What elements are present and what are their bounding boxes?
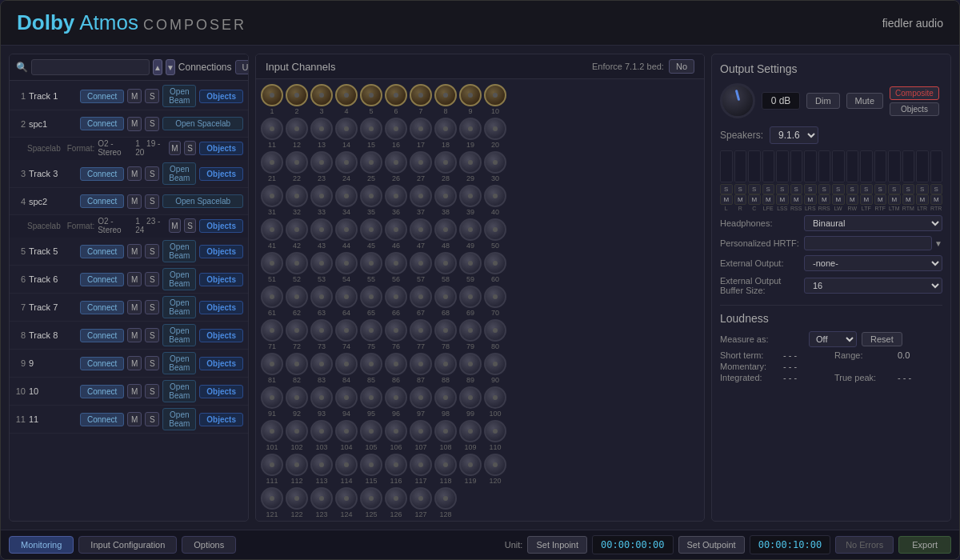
enforce-no-button[interactable]: No	[669, 59, 694, 74]
connect-button[interactable]: Connect	[80, 273, 124, 286]
channel-knob[interactable]	[261, 185, 283, 207]
channel-knob[interactable]	[484, 185, 506, 207]
channel-knob[interactable]	[310, 252, 333, 274]
m-indicator[interactable]: M	[902, 194, 915, 205]
channel-knob[interactable]	[459, 454, 482, 476]
channel-knob[interactable]	[434, 151, 457, 174]
channel-knob[interactable]	[410, 218, 432, 241]
channel-knob[interactable]	[286, 185, 308, 207]
objects-button[interactable]: Objects	[199, 142, 243, 155]
objects-button[interactable]: Objects	[199, 357, 243, 370]
channel-knob[interactable]	[410, 185, 432, 207]
channel-knob[interactable]	[459, 420, 482, 442]
mute-button[interactable]: M	[127, 89, 142, 103]
tab-options[interactable]: Options	[182, 536, 236, 554]
solo-button[interactable]: S	[145, 300, 159, 314]
channel-knob[interactable]	[410, 286, 432, 308]
channel-knob[interactable]	[484, 118, 506, 140]
arrow-up-btn[interactable]: ▲	[153, 59, 162, 75]
channel-knob[interactable]	[286, 454, 308, 476]
tab-monitoring[interactable]: Monitoring	[9, 536, 74, 554]
channel-knob[interactable]	[459, 118, 482, 140]
m-indicator[interactable]: M	[790, 194, 803, 205]
objects-button[interactable]: Objects	[199, 167, 243, 181]
open-spacelab-button[interactable]: Open Spacelab	[162, 194, 243, 208]
ext-output-select[interactable]: -none-	[804, 255, 942, 271]
s-indicator[interactable]: S	[776, 184, 789, 194]
solo-button[interactable]: S	[184, 141, 196, 155]
channel-knob[interactable]	[385, 151, 407, 174]
tab-input-configuration[interactable]: Input Configuration	[78, 536, 177, 554]
channel-knob[interactable]	[484, 386, 506, 409]
channel-knob[interactable]	[261, 118, 283, 140]
channel-knob[interactable]	[385, 420, 407, 442]
channel-knob[interactable]	[385, 386, 407, 409]
objects-button[interactable]: Objects	[199, 329, 243, 342]
m-indicator[interactable]: M	[734, 194, 747, 205]
channel-knob[interactable]	[434, 185, 457, 207]
channel-knob[interactable]	[310, 487, 333, 510]
m-indicator[interactable]: M	[776, 194, 789, 205]
channel-knob[interactable]	[410, 252, 432, 274]
channel-knob[interactable]	[360, 185, 382, 207]
channel-knob[interactable]	[434, 252, 457, 274]
channel-knob[interactable]	[434, 118, 457, 140]
channel-knob[interactable]	[385, 218, 407, 241]
channel-knob[interactable]	[385, 487, 407, 510]
mute-button[interactable]: M	[127, 166, 142, 181]
mute-output-button[interactable]: Mute	[846, 93, 883, 109]
open-beam-button[interactable]: Open Beam	[162, 408, 196, 430]
solo-button[interactable]: S	[184, 218, 196, 233]
m-indicator[interactable]: M	[846, 194, 859, 205]
channel-knob[interactable]	[410, 84, 432, 106]
open-spacelab-button[interactable]: Open Spacelab	[162, 117, 243, 130]
s-indicator[interactable]: S	[930, 184, 943, 194]
solo-button[interactable]: S	[145, 194, 159, 209]
s-indicator[interactable]: S	[790, 184, 803, 194]
solo-button[interactable]: S	[145, 117, 159, 131]
channel-knob[interactable]	[410, 118, 432, 140]
open-beam-button[interactable]: Open Beam	[162, 162, 196, 185]
s-indicator[interactable]: S	[818, 184, 831, 194]
channel-knob[interactable]	[286, 319, 308, 342]
channel-knob[interactable]	[335, 118, 358, 140]
dim-button[interactable]: Dim	[806, 93, 840, 109]
channel-knob[interactable]	[434, 386, 457, 409]
channel-knob[interactable]	[335, 84, 358, 106]
channel-knob[interactable]	[410, 487, 432, 510]
channel-knob[interactable]	[484, 252, 506, 274]
mute-button[interactable]: M	[127, 328, 142, 342]
headphones-select[interactable]: Binaural Off	[804, 215, 942, 231]
channel-knob[interactable]	[385, 319, 407, 342]
objects-button[interactable]: Objects	[199, 245, 243, 258]
channel-knob[interactable]	[261, 386, 283, 409]
solo-button[interactable]: S	[145, 356, 159, 370]
channel-knob[interactable]	[434, 319, 457, 342]
objects-button[interactable]: Objects	[199, 219, 243, 233]
channel-knob[interactable]	[385, 353, 407, 375]
channel-knob[interactable]	[310, 118, 333, 140]
s-indicator[interactable]: S	[748, 184, 761, 194]
channel-knob[interactable]	[335, 454, 358, 476]
connect-button[interactable]: Connect	[80, 167, 124, 181]
channel-knob[interactable]	[385, 84, 407, 106]
channel-knob[interactable]	[335, 420, 358, 442]
m-indicator[interactable]: M	[860, 194, 873, 205]
channel-knob[interactable]	[410, 420, 432, 442]
channel-knob[interactable]	[459, 319, 482, 342]
ext-buffer-select[interactable]: 16 32 64	[804, 278, 942, 294]
solo-button[interactable]: S	[145, 166, 159, 181]
channel-knob[interactable]	[484, 218, 506, 241]
channel-knob[interactable]	[410, 319, 432, 342]
channel-knob[interactable]	[459, 252, 482, 274]
channel-knob[interactable]	[261, 420, 283, 442]
channel-knob[interactable]	[360, 319, 382, 342]
channel-knob[interactable]	[484, 353, 506, 375]
channel-knob[interactable]	[261, 319, 283, 342]
channel-knob[interactable]	[335, 286, 358, 308]
channel-knob[interactable]	[286, 286, 308, 308]
m-indicator[interactable]: M	[762, 194, 775, 205]
channel-knob[interactable]	[484, 84, 506, 106]
s-indicator[interactable]: S	[804, 184, 817, 194]
objects-button[interactable]: Objects	[199, 385, 243, 398]
